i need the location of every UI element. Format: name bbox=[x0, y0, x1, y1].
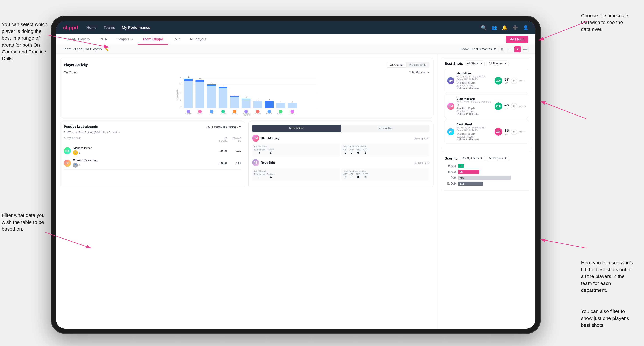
users-icon[interactable]: 👥 bbox=[492, 25, 497, 30]
nav-links: Home Teams My Performance bbox=[86, 25, 472, 30]
all-shots-dropdown[interactable]: All Shots ▼ bbox=[465, 61, 484, 66]
most-active-card: Most Active Least Active BM Blair McHarg… bbox=[248, 121, 433, 187]
svg-rect-24 bbox=[230, 96, 239, 97]
heart-view-button[interactable]: ♥ bbox=[514, 46, 521, 52]
scoring-label-pars: Pars bbox=[446, 176, 456, 179]
nav-actions: 🔍 👥 🔔 ➕ 👤 bbox=[481, 25, 528, 30]
bell-icon[interactable]: 🔔 bbox=[502, 25, 508, 30]
shot-card-blair[interactable]: BM Blair McHarg 23 Jul 2023 · Ashridge G… bbox=[445, 95, 528, 118]
shot-stat-zero-david: 0 bbox=[511, 129, 517, 135]
rounds-stat-blair: Total Rounds Tournament 7 Practice bbox=[252, 144, 340, 156]
on-course-toggle[interactable]: On Course bbox=[387, 62, 406, 67]
practice-drills-toggle[interactable]: Practice Drills bbox=[406, 62, 429, 67]
chevron-down-icon: ▼ bbox=[239, 125, 241, 128]
annotation-bottom-left: Filter what data you wish the table to b… bbox=[2, 212, 47, 232]
svg-rect-18 bbox=[207, 84, 216, 86]
activity-tabs: Most Active Least Active bbox=[252, 125, 430, 132]
chevron-down-icon: ▼ bbox=[427, 71, 430, 74]
player-name-edward: Edward Crossman bbox=[73, 159, 212, 162]
list-view-button[interactable]: ☰ bbox=[507, 46, 513, 52]
avatar-blair-shot: BM bbox=[447, 103, 454, 110]
svg-rect-27 bbox=[242, 99, 250, 99]
svg-line-61 bbox=[541, 239, 586, 248]
tab-tour[interactable]: Tour bbox=[168, 34, 185, 45]
nav-my-performance[interactable]: My Performance bbox=[122, 25, 150, 30]
svg-rect-11 bbox=[184, 79, 193, 108]
show-label: Show: bbox=[460, 47, 469, 51]
tab-hcaps[interactable]: Hcaps 1-5 bbox=[112, 34, 138, 45]
scoring-row-birdies: Birdies 96 bbox=[446, 170, 527, 174]
shot-badge-david: 198 bbox=[494, 128, 502, 136]
leaderboard-row-2[interactable]: EC Edward Crossman 🥈 2 18/20 107 bbox=[64, 157, 241, 170]
svg-rect-33 bbox=[276, 103, 285, 108]
scoring-label-eagles: Eagles bbox=[446, 164, 456, 168]
search-icon[interactable]: 🔍 bbox=[481, 25, 486, 30]
svg-text:4: 4 bbox=[246, 96, 247, 98]
rounds-values-rees: Tournament 8 Practice 4 bbox=[254, 173, 338, 179]
activity-player-rees-header: RB Rees Britt 02 Sep 2023 bbox=[252, 159, 430, 166]
scoring-filter2[interactable]: All Players ▼ bbox=[487, 156, 509, 161]
avatar-matt: MM bbox=[447, 77, 454, 84]
scoring-label-birdies: Birdies bbox=[446, 170, 456, 173]
annotation-top-right: Choose the timescale you wish to see the… bbox=[581, 12, 630, 33]
rounds-label-blair: Total Rounds bbox=[254, 145, 338, 148]
yds-label-matt: yds bbox=[519, 79, 522, 82]
time-filter-select[interactable]: Last 3 months ▼ bbox=[472, 47, 496, 51]
shot-stat-zero-blair: 0 bbox=[511, 103, 517, 109]
course-toggle-group: On Course Practice Drills bbox=[386, 62, 430, 68]
most-active-tab[interactable]: Most Active bbox=[252, 125, 341, 132]
player-name-blair: Blair McHarg bbox=[456, 97, 492, 101]
activity-name-rees: Rees Britt bbox=[261, 161, 413, 165]
add-team-button[interactable]: Add Team bbox=[506, 36, 528, 43]
player-avg-richard: 110 bbox=[229, 149, 241, 153]
activity-player-blair: BM Blair McHarg 26 Aug 2023 Total Rounds bbox=[252, 135, 430, 156]
leaderboard-row-1[interactable]: RB Richard Butler 🥇 1 19/20 110 bbox=[64, 145, 241, 157]
shot-card-matt[interactable]: MM Matt Miller 09 Jun 2023 · Royal North… bbox=[445, 69, 528, 92]
svg-rect-26 bbox=[242, 99, 250, 108]
nav-home[interactable]: Home bbox=[86, 25, 96, 30]
chevron-down-icon: ▼ bbox=[504, 157, 507, 160]
svg-rect-35 bbox=[288, 103, 297, 108]
tab-pgat-players[interactable]: PGAT Players bbox=[63, 34, 95, 45]
svg-rect-20 bbox=[219, 87, 228, 108]
shot-meta-david: 24 Aug 2023 · Royal North Devon GC, Hole… bbox=[456, 126, 492, 132]
tab-pga[interactable]: PGA bbox=[95, 34, 112, 45]
activity-player-rees: RB Rees Britt 02 Sep 2023 Total Rounds bbox=[252, 159, 430, 181]
grid-view-button[interactable]: ⊞ bbox=[499, 46, 506, 52]
best-shots-title: Best Shots bbox=[445, 62, 463, 66]
tab-team-clippd[interactable]: Team Clippd bbox=[138, 34, 168, 45]
bar-chart-svg: Total Rounds 15 10 5 2 0 bbox=[64, 76, 430, 114]
practice-label-blair: Practice bbox=[267, 149, 274, 151]
activity-name-blair: Blair McHarg bbox=[261, 137, 413, 140]
scoring-row-bdbl: B. Dbl+ 111 bbox=[446, 181, 527, 186]
drill-select[interactable]: PUTT Must Make Putting... ▼ bbox=[206, 125, 241, 128]
filter-view-button[interactable]: ⟺ bbox=[522, 46, 528, 52]
least-active-tab[interactable]: Least Active bbox=[341, 125, 430, 132]
svg-text:E. Ebert: E. Ebert bbox=[232, 113, 238, 114]
bar-chart-container: Total Rounds 15 10 5 2 0 bbox=[64, 76, 430, 114]
scoring-value-bdbl: 111 bbox=[460, 182, 464, 185]
shot-card-david[interactable]: DF David Ford 24 Aug 2023 · Royal North … bbox=[445, 120, 528, 144]
scoring-title: Scoring bbox=[445, 156, 458, 161]
chart-filter-dropdown[interactable]: Total Rounds ▼ bbox=[409, 71, 430, 74]
avatar-rees: RB bbox=[252, 159, 259, 166]
svg-text:2: 2 bbox=[280, 101, 282, 103]
tournament-stat-blair: Tournament 7 bbox=[254, 149, 265, 155]
sub-header-right: Show: Last 3 months ▼ ⊞ ☰ ♥ ⟺ bbox=[460, 46, 528, 52]
practice-act-label-blair: Total Practice Activities bbox=[343, 145, 428, 148]
all-players-dropdown[interactable]: All Players ▼ bbox=[487, 61, 508, 66]
scoring-filter1[interactable]: Par 3, 4 & 5s ▼ bbox=[460, 156, 485, 161]
player-info-edward: Edward Crossman 🥈 2 bbox=[73, 159, 212, 168]
avatar-icon[interactable]: 👤 bbox=[523, 25, 528, 30]
best-shots-header: Best Shots All Shots ▼ All Players ▼ bbox=[445, 61, 528, 66]
tab-all-players[interactable]: All Players bbox=[185, 34, 211, 45]
edit-icon[interactable]: ✏️ bbox=[105, 47, 109, 51]
bottom-panels: Practice Leaderboards PUTT Must Make Put… bbox=[60, 121, 433, 191]
all-shots-value: All Shots bbox=[467, 62, 478, 65]
rounds-label-rees: Total Rounds bbox=[254, 170, 338, 172]
scoring-row-eagles: Eagles 3 bbox=[446, 164, 527, 168]
svg-text:5: 5 bbox=[180, 92, 181, 93]
scoring-label-bdbl: B. Dbl+ bbox=[446, 182, 456, 185]
nav-teams[interactable]: Teams bbox=[104, 25, 115, 30]
plus-circle-icon[interactable]: ➕ bbox=[512, 25, 518, 30]
